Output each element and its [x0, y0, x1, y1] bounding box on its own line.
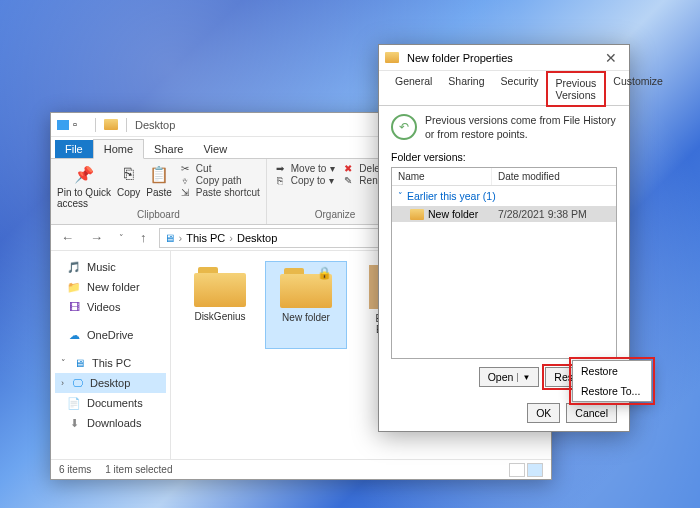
menu-restore-to[interactable]: Restore To...	[573, 381, 651, 401]
up-button[interactable]: ↑	[136, 230, 151, 245]
sidebar-item-documents[interactable]: 📄Documents	[55, 393, 166, 413]
move-to-icon: ➡	[273, 163, 287, 174]
folder-icon: 📁	[67, 280, 81, 294]
tab-security[interactable]: Security	[493, 71, 547, 105]
paste-button[interactable]: 📋Paste	[146, 163, 172, 198]
cut-button[interactable]: ✂Cut	[178, 163, 260, 174]
back-button[interactable]: ←	[57, 230, 78, 245]
chevron-right-icon: ›	[229, 232, 233, 244]
downloads-icon: ⬇	[67, 416, 81, 430]
file-label: New folder	[282, 312, 330, 323]
chevron-icon: ›	[61, 378, 64, 388]
copy-to-icon: ⎘	[273, 175, 287, 186]
tab-previous-versions[interactable]: Previous Versions	[547, 72, 606, 106]
file-item-new-folder[interactable]: 🔒New folder	[265, 261, 347, 349]
chevron-right-icon: ›	[179, 232, 183, 244]
lock-icon: 🔒	[317, 266, 332, 280]
tab-home[interactable]: Home	[93, 139, 144, 159]
folder-icon	[410, 209, 424, 220]
tab-share[interactable]: Share	[144, 140, 193, 158]
folder-icon	[104, 119, 118, 130]
explorer-qat-icon	[57, 120, 69, 130]
paste-shortcut-icon: ⇲	[178, 187, 192, 198]
folder-icon	[194, 265, 246, 307]
header-name[interactable]: Name	[392, 168, 492, 185]
large-icons-view-button[interactable]	[527, 463, 543, 477]
copy-path-icon: ⎀	[178, 175, 192, 186]
folder-versions-label: Folder versions:	[391, 151, 617, 163]
copy-button[interactable]: ⎘Copy	[117, 163, 140, 198]
chevron-down-icon: ˅	[398, 191, 403, 201]
details-view-button[interactable]	[509, 463, 525, 477]
tab-file[interactable]: File	[55, 140, 93, 158]
breadcrumb-root[interactable]: This PC	[186, 232, 225, 244]
menu-restore[interactable]: Restore	[573, 361, 651, 381]
tab-general[interactable]: General	[387, 71, 440, 105]
properties-titlebar: New folder Properties ✕	[379, 45, 629, 71]
dialog-title: New folder Properties	[403, 52, 595, 64]
folder-icon: 🔒	[280, 266, 332, 308]
documents-icon: 📄	[67, 396, 81, 410]
open-dropdown[interactable]: ▼	[517, 373, 530, 382]
move-to-button[interactable]: ➡Move to ▾	[273, 163, 336, 174]
item-count: 6 items	[59, 464, 91, 475]
versions-list[interactable]: Name Date modified ˅Earlier this year (1…	[391, 167, 617, 359]
cancel-button[interactable]: Cancel	[566, 403, 617, 423]
cut-icon: ✂	[178, 163, 192, 174]
onedrive-icon: ☁	[67, 328, 81, 342]
status-bar: 6 items 1 item selected	[51, 459, 551, 479]
separator	[95, 118, 96, 132]
explorer-qat-icon-2: ▫	[73, 118, 87, 132]
selection-count: 1 item selected	[105, 464, 172, 475]
navigation-pane: 🎵Music📁New folder🎞Videos☁OneDrive˅🖥This …	[51, 251, 171, 459]
group-label: Clipboard	[57, 209, 260, 220]
delete-icon: ✖	[341, 163, 355, 174]
sidebar-item-desktop[interactable]: ›🖵Desktop	[55, 373, 166, 393]
pin-icon: 📌	[73, 163, 95, 185]
group-header[interactable]: ˅Earlier this year (1)	[392, 186, 616, 206]
music-icon: 🎵	[67, 260, 81, 274]
folder-icon	[385, 52, 399, 63]
paste-shortcut-button[interactable]: ⇲Paste shortcut	[178, 187, 260, 198]
sidebar-item-this-pc[interactable]: ˅🖥This PC	[55, 353, 166, 373]
breadcrumb-current[interactable]: Desktop	[237, 232, 277, 244]
sidebar-item-music[interactable]: 🎵Music	[55, 257, 166, 277]
sidebar-item-new-folder[interactable]: 📁New folder	[55, 277, 166, 297]
properties-body: ↶ Previous versions come from File Histo…	[379, 106, 629, 395]
ribbon-group-clipboard: 📌Pin to Quick access ⎘Copy 📋Paste ✂Cut ⎀…	[51, 159, 267, 224]
tab-view[interactable]: View	[193, 140, 237, 158]
restore-menu: Restore Restore To...	[572, 360, 652, 402]
file-label: DiskGenius	[194, 311, 245, 322]
separator	[126, 118, 127, 132]
open-button[interactable]: Open▼	[479, 367, 540, 387]
sidebar-item-videos[interactable]: 🎞Videos	[55, 297, 166, 317]
version-row[interactable]: New folder 7/28/2021 9:38 PM	[392, 206, 616, 222]
pc-icon: 🖥	[164, 232, 175, 244]
list-header: Name Date modified	[392, 168, 616, 186]
ok-button[interactable]: OK	[527, 403, 560, 423]
close-button[interactable]: ✕	[599, 50, 623, 66]
videos-icon: 🎞	[67, 300, 81, 314]
tab-customize[interactable]: Customize	[605, 71, 671, 105]
tab-sharing[interactable]: Sharing	[440, 71, 492, 105]
pin-to-quick-access-button[interactable]: 📌Pin to Quick access	[57, 163, 111, 209]
history-dropdown[interactable]: ˅	[115, 233, 128, 243]
file-item-diskgenius[interactable]: DiskGenius	[179, 261, 261, 349]
sidebar-item-downloads[interactable]: ⬇Downloads	[55, 413, 166, 433]
paste-icon: 📋	[148, 163, 170, 185]
rename-icon: ✎	[341, 175, 355, 186]
copy-to-button[interactable]: ⎘Copy to ▾	[273, 175, 336, 186]
info-text: Previous versions come from File History…	[425, 114, 617, 141]
copy-path-button[interactable]: ⎀Copy path	[178, 175, 260, 186]
sidebar-item-onedrive[interactable]: ☁OneDrive	[55, 325, 166, 345]
properties-tabs: General Sharing Security Previous Versio…	[379, 71, 629, 106]
header-date[interactable]: Date modified	[492, 168, 616, 185]
desktop-icon: 🖵	[70, 376, 84, 390]
pc-icon: 🖥	[72, 356, 86, 370]
clipboard-small-buttons: ✂Cut ⎀Copy path ⇲Paste shortcut	[178, 163, 260, 198]
copy-icon: ⎘	[118, 163, 140, 185]
history-icon: ↶	[391, 114, 417, 140]
chevron-icon: ˅	[61, 358, 66, 368]
forward-button[interactable]: →	[86, 230, 107, 245]
